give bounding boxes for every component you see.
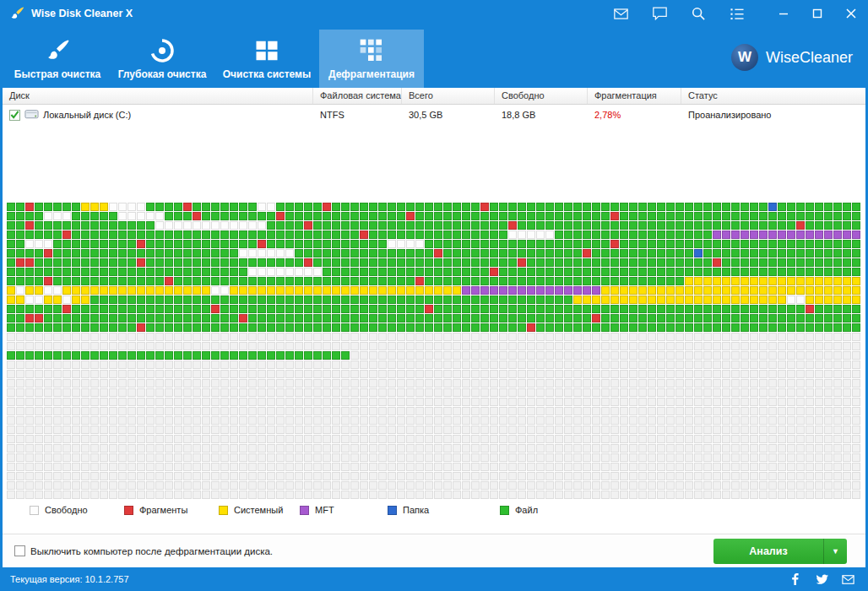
block-cell (90, 314, 99, 323)
column-header[interactable]: Файловая система (313, 88, 402, 104)
block-cell (415, 323, 424, 332)
column-header[interactable]: Статус (681, 88, 865, 104)
block-cell (90, 370, 99, 378)
block-cell (378, 388, 387, 397)
block-cell (7, 258, 15, 267)
block-cell (648, 491, 656, 499)
block-cell (137, 277, 145, 285)
block-cell (323, 249, 331, 258)
block-cell (90, 212, 99, 220)
facebook-icon[interactable] (789, 572, 802, 586)
block-cell (127, 249, 136, 258)
block-cell (44, 416, 52, 425)
block-cell (843, 351, 851, 360)
block-cell (118, 203, 127, 211)
main-content: ДискФайловая системаВсегоСвободноФрагмен… (3, 88, 865, 567)
block-cell (239, 258, 247, 267)
column-header[interactable]: Фрагментация (588, 88, 681, 104)
minimize-button[interactable] (767, 0, 800, 27)
column-header[interactable]: Всего (402, 88, 495, 104)
block-cell (295, 342, 303, 350)
tab-system-clean[interactable]: Очистка системы (214, 30, 319, 88)
block-cell (480, 416, 489, 425)
feedback-icon[interactable] (652, 6, 667, 21)
block-cell (852, 203, 860, 211)
analyze-button[interactable]: Анализ ▼ (713, 539, 847, 564)
disk-checkbox[interactable] (9, 110, 20, 121)
table-row[interactable]: Локальный диск (C:)NTFS30,5 GB18,8 GB2,7… (3, 105, 865, 125)
block-cell (741, 342, 749, 350)
block-cell (285, 314, 294, 323)
column-header[interactable]: Диск (3, 88, 313, 104)
block-cell (81, 230, 90, 239)
block-cell (434, 472, 442, 480)
block-cell (629, 370, 637, 378)
search-icon[interactable] (691, 6, 706, 21)
block-cell (583, 314, 591, 323)
block-cell (388, 305, 396, 313)
block-cell (443, 398, 452, 406)
twitter-icon[interactable] (815, 572, 828, 586)
block-cell (267, 333, 275, 341)
block-cell (815, 323, 823, 332)
block-cell (694, 407, 703, 415)
block-cell (25, 370, 34, 378)
tab-defrag[interactable]: Дефрагментация (319, 30, 424, 88)
column-header[interactable]: Свободно (495, 88, 588, 104)
mail-icon[interactable] (613, 6, 628, 21)
shutdown-checkbox[interactable] (14, 545, 25, 556)
block-cell (518, 342, 526, 350)
block-cell (276, 286, 285, 295)
block-cell (815, 444, 823, 453)
block-cell (193, 221, 201, 230)
analyze-dropdown-arrow[interactable]: ▼ (823, 539, 847, 564)
block-cell (323, 268, 331, 276)
block-cell (127, 277, 136, 285)
block-cell (638, 277, 647, 285)
block-cell (193, 203, 201, 211)
block-cell (220, 361, 229, 369)
block-cell (276, 314, 285, 323)
block-cell (174, 230, 182, 239)
block-cell (239, 398, 247, 406)
block-cell (239, 323, 247, 332)
block-cell (202, 361, 210, 369)
block-cell (583, 388, 591, 397)
block-cell (193, 351, 201, 360)
email-icon[interactable] (841, 572, 854, 586)
block-cell (434, 370, 442, 378)
block-cell (703, 481, 712, 490)
block-cell (508, 240, 517, 248)
block-cell (731, 463, 740, 471)
block-cell (490, 305, 498, 313)
block-cell (7, 249, 15, 258)
block-cell (397, 286, 405, 295)
block-cell (741, 221, 749, 230)
block-cell (750, 249, 758, 258)
close-button[interactable] (834, 0, 868, 27)
block-cell (313, 481, 322, 490)
block-cell (304, 305, 312, 313)
block-cell (694, 453, 703, 462)
block-cell (332, 398, 340, 406)
block-cell (843, 361, 851, 369)
block-cell (610, 361, 619, 369)
block-cell (285, 351, 294, 360)
block-cell (713, 388, 721, 397)
maximize-button[interactable] (800, 0, 834, 27)
block-cell (648, 444, 656, 453)
block-cell (127, 453, 136, 462)
block-cell (601, 258, 610, 267)
block-cell (508, 491, 517, 499)
block-cell (100, 333, 108, 341)
tab-quick-clean[interactable]: Быстрая очистка (5, 30, 110, 88)
block-cell (453, 472, 461, 480)
block-cell (127, 286, 136, 295)
shutdown-option[interactable]: Выключить компьютер после дефрагментации… (14, 545, 273, 556)
block-cell (685, 323, 693, 332)
block-cell (100, 249, 108, 258)
block-cell (109, 407, 117, 415)
tab-deep-clean[interactable]: Глубокая очистка (110, 30, 214, 88)
news-list-icon[interactable] (730, 6, 745, 21)
block-cell (323, 370, 331, 378)
